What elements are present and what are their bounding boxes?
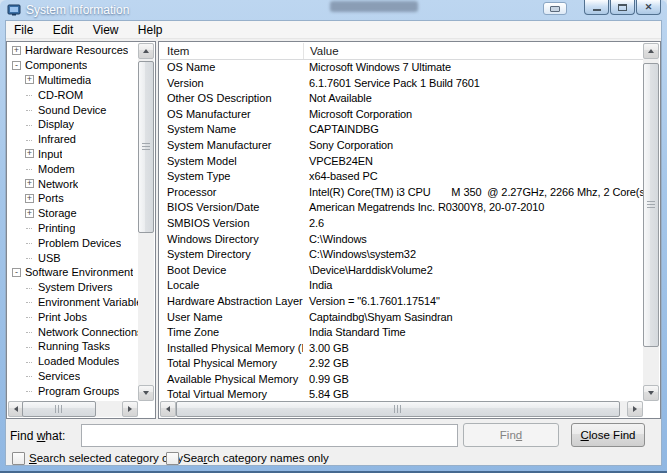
tree-item[interactable]: Modem xyxy=(8,161,138,176)
table-row[interactable]: Installed Physical Memory (RAM) 3.00 GB xyxy=(160,341,643,357)
table-row[interactable]: OS Name Microsoft Windows 7 Ultimate xyxy=(160,60,643,76)
table-row[interactable]: Total Virtual Memory 5.84 GB xyxy=(160,387,643,401)
tree-expander-icon[interactable] xyxy=(25,135,34,144)
tree-item[interactable]: + Hardware Resources xyxy=(8,43,138,58)
table-row[interactable]: Available Physical Memory 0.99 GB xyxy=(160,372,643,388)
close-find-button[interactable]: Close Find xyxy=(571,423,645,447)
tree-expander-icon[interactable]: + xyxy=(25,75,34,84)
tree-expander-icon[interactable] xyxy=(25,90,34,99)
table-row[interactable]: System Name CAPTAINDBG xyxy=(160,122,643,138)
tree-expander-icon[interactable] xyxy=(25,342,34,351)
menu-edit[interactable]: Edit xyxy=(45,21,82,38)
tree-horizontal-scrollbar[interactable] xyxy=(8,401,138,417)
column-header-value[interactable]: Value xyxy=(303,43,643,59)
titlebar[interactable]: System Information ✕ xyxy=(0,0,667,20)
list-scroll-right-button[interactable] xyxy=(627,401,643,417)
table-row[interactable]: System Model VPCEB24EN xyxy=(160,154,643,170)
tree-item[interactable]: Problem Devices xyxy=(8,235,138,250)
find-input[interactable] xyxy=(81,424,458,447)
tree-item[interactable]: Infrared xyxy=(8,132,138,147)
overlay-button[interactable] xyxy=(543,2,567,15)
tree-item[interactable]: + Network xyxy=(8,176,138,191)
tree-expander-icon[interactable] xyxy=(25,371,34,380)
tree-expander-icon[interactable]: + xyxy=(25,179,34,188)
tree-item[interactable]: - Software Environment xyxy=(8,265,138,280)
tree-vertical-scroll-thumb[interactable] xyxy=(138,61,154,233)
tree-item[interactable]: Services xyxy=(8,369,138,384)
tree-expander-icon[interactable] xyxy=(25,223,34,232)
table-row[interactable]: System Manufacturer Sony Corporation xyxy=(160,138,643,154)
table-row[interactable]: OS Manufacturer Microsoft Corporation xyxy=(160,107,643,123)
tree-expander-icon[interactable]: + xyxy=(25,194,34,203)
list-horizontal-scroll-thumb[interactable] xyxy=(176,401,620,417)
menu-file[interactable]: File xyxy=(6,21,41,38)
tree-expander-icon[interactable] xyxy=(25,105,34,114)
table-row[interactable]: Locale India xyxy=(160,278,643,294)
tree-horizontal-scroll-thumb[interactable] xyxy=(22,401,96,417)
tree-scroll-right-button[interactable] xyxy=(122,401,138,417)
close-button[interactable]: ✕ xyxy=(636,0,661,15)
tree-item[interactable]: Printing xyxy=(8,221,138,236)
tree-item[interactable]: + Input xyxy=(8,147,138,162)
maximize-button[interactable] xyxy=(610,0,635,15)
tree-item[interactable]: + Multimedia xyxy=(8,73,138,88)
tree-item[interactable]: - Components xyxy=(8,58,138,73)
tree-item[interactable]: System Drivers xyxy=(8,280,138,295)
tree-expander-icon[interactable]: - xyxy=(12,268,21,277)
tree-expander-icon[interactable] xyxy=(25,357,34,366)
table-row[interactable]: Version 6.1.7601 Service Pack 1 Build 76… xyxy=(160,76,643,92)
tree-expander-icon[interactable] xyxy=(25,327,34,336)
search-category-names-checkbox[interactable] xyxy=(166,452,179,465)
tree-expander-icon[interactable] xyxy=(25,297,34,306)
tree-scroll-up-button[interactable] xyxy=(138,43,154,59)
table-row[interactable]: Other OS Description Not Available xyxy=(160,91,643,107)
tree-expander-icon[interactable] xyxy=(25,164,34,173)
tree-item[interactable]: Print Jobs xyxy=(8,309,138,324)
list-horizontal-scrollbar[interactable] xyxy=(160,401,643,417)
tree-expander-icon[interactable]: + xyxy=(25,209,34,218)
table-row[interactable]: Hardware Abstraction Layer Version = "6.… xyxy=(160,294,643,310)
tree-scroll-down-button[interactable] xyxy=(138,385,154,401)
list-scroll-up-button[interactable] xyxy=(643,43,659,59)
table-row[interactable]: Processor Intel(R) Core(TM) i3 CPU M 350… xyxy=(160,185,643,201)
tree-expander-icon[interactable] xyxy=(25,386,34,395)
tree-expander-icon[interactable]: + xyxy=(25,149,34,158)
list-scroll-left-button[interactable] xyxy=(160,401,176,417)
table-row[interactable]: SMBIOS Version 2.6 xyxy=(160,216,643,232)
table-row[interactable]: User Name Captaindbg\Shyam Sasindran xyxy=(160,310,643,326)
tree-item[interactable]: Environment Variables xyxy=(8,295,138,310)
list-scroll-down-button[interactable] xyxy=(643,385,659,401)
tree-expander-icon[interactable]: + xyxy=(12,46,21,55)
table-row[interactable]: Boot Device \Device\HarddiskVolume2 xyxy=(160,263,643,279)
table-row[interactable]: System Directory C:\Windows\system32 xyxy=(160,247,643,263)
tree-item[interactable]: Network Connections xyxy=(8,324,138,339)
list-vertical-scrollbar[interactable] xyxy=(643,43,659,401)
tree-expander-icon[interactable] xyxy=(25,283,34,292)
menu-help[interactable]: Help xyxy=(130,21,171,38)
tree-item[interactable]: + Ports xyxy=(8,191,138,206)
tree-expander-icon[interactable] xyxy=(25,238,34,247)
tree-item[interactable]: Display xyxy=(8,117,138,132)
tree-vertical-scrollbar[interactable] xyxy=(138,43,154,401)
menu-view[interactable]: View xyxy=(85,21,127,38)
table-row[interactable]: System Type x64-based PC xyxy=(160,169,643,185)
tree-item[interactable]: Program Groups xyxy=(8,383,138,398)
table-row[interactable]: Windows Directory C:\Windows xyxy=(160,232,643,248)
tree-item[interactable]: Running Tasks xyxy=(8,339,138,354)
list-vertical-scroll-thumb[interactable] xyxy=(643,63,659,347)
table-row[interactable]: Time Zone India Standard Time xyxy=(160,325,643,341)
tree-expander-icon[interactable] xyxy=(25,312,34,321)
tree-item[interactable]: Loaded Modules xyxy=(8,354,138,369)
table-row[interactable]: BIOS Version/Date American Megatrends In… xyxy=(160,200,643,216)
minimize-button[interactable] xyxy=(584,0,609,15)
tree-expander-icon[interactable] xyxy=(25,253,34,262)
tree-expander-icon[interactable]: - xyxy=(12,61,21,70)
find-button[interactable]: Find xyxy=(463,423,559,447)
column-header-item[interactable]: Item xyxy=(160,43,303,59)
tree-item[interactable]: Sound Device xyxy=(8,102,138,117)
tree-item[interactable]: CD-ROM xyxy=(8,87,138,102)
tree-item[interactable]: + Storage xyxy=(8,206,138,221)
tree-expander-icon[interactable] xyxy=(25,120,34,129)
tree-item[interactable]: USB xyxy=(8,250,138,265)
table-row[interactable]: Total Physical Memory 2.92 GB xyxy=(160,356,643,372)
